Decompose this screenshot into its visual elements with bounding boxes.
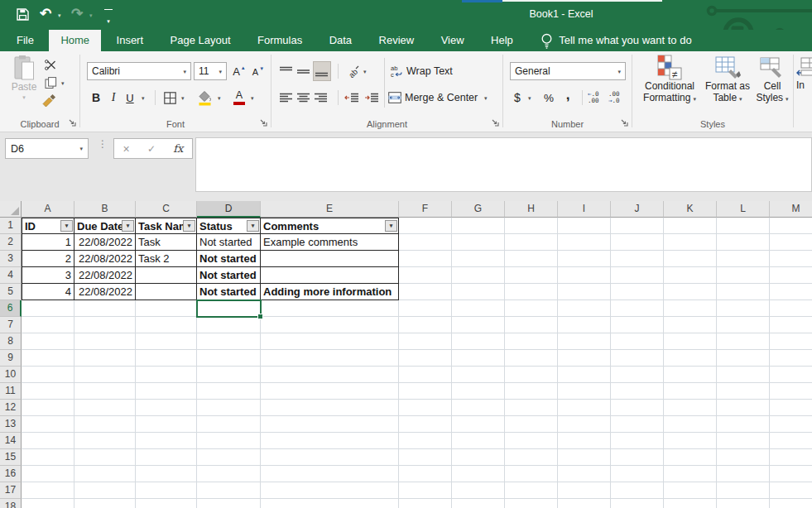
cell-I3[interactable] bbox=[558, 251, 611, 267]
alignment-dialog-launcher[interactable] bbox=[490, 117, 500, 127]
increase-decimal-button[interactable]: ←.0.00 bbox=[588, 91, 599, 104]
cell-C8[interactable] bbox=[136, 333, 197, 350]
cell-K14[interactable] bbox=[664, 433, 717, 449]
filter-button-E1[interactable]: ▾ bbox=[385, 220, 397, 232]
cell-C1[interactable]: Task Name▾ bbox=[136, 218, 197, 234]
cell-M12[interactable] bbox=[770, 400, 812, 416]
cell-L9[interactable] bbox=[717, 350, 770, 367]
row-header-7[interactable]: 7 bbox=[0, 317, 22, 333]
cell-A8[interactable] bbox=[22, 333, 74, 350]
cell-H17[interactable] bbox=[505, 482, 558, 499]
cell-L16[interactable] bbox=[717, 466, 770, 482]
cell-K15[interactable] bbox=[664, 449, 717, 466]
cell-B1[interactable]: Due Date▾ bbox=[74, 218, 136, 234]
cell-J11[interactable] bbox=[611, 383, 664, 400]
cell-D18[interactable] bbox=[197, 499, 261, 508]
cell-C18[interactable] bbox=[136, 499, 197, 508]
cell-C5[interactable] bbox=[136, 284, 197, 300]
align-top-button[interactable] bbox=[278, 62, 295, 80]
name-box[interactable]: D6 ▾ bbox=[5, 138, 89, 159]
cell-G10[interactable] bbox=[452, 367, 505, 383]
cell-K7[interactable] bbox=[664, 317, 717, 333]
row-header-12[interactable]: 12 bbox=[0, 400, 22, 416]
cell-L8[interactable] bbox=[717, 333, 770, 350]
align-bottom-button[interactable] bbox=[313, 61, 331, 81]
cell-F4[interactable] bbox=[399, 267, 452, 284]
cell-K3[interactable] bbox=[664, 251, 717, 267]
cell-B16[interactable] bbox=[74, 466, 136, 482]
decrease-indent-button[interactable] bbox=[343, 89, 361, 107]
cell-A6[interactable] bbox=[22, 300, 74, 317]
cell-E4[interactable] bbox=[261, 267, 399, 284]
cell-J1[interactable] bbox=[611, 218, 664, 234]
cell-B3[interactable]: 22/08/2022 bbox=[74, 251, 136, 267]
col-header-H[interactable]: H bbox=[505, 201, 558, 218]
bold-button[interactable]: B bbox=[89, 89, 103, 107]
cell-C11[interactable] bbox=[136, 383, 197, 400]
cell-H16[interactable] bbox=[505, 466, 558, 482]
cell-M8[interactable] bbox=[770, 333, 812, 350]
cell-F11[interactable] bbox=[399, 383, 452, 400]
cut-button[interactable] bbox=[43, 58, 58, 71]
cell-B12[interactable] bbox=[74, 400, 136, 416]
tab-page-layout[interactable]: Page Layout bbox=[159, 30, 243, 51]
cell-K16[interactable] bbox=[664, 466, 717, 482]
cell-I2[interactable] bbox=[558, 234, 611, 251]
borders-dropdown[interactable]: ▾ bbox=[181, 95, 185, 101]
cell-C2[interactable]: Task bbox=[136, 234, 197, 251]
format-as-table-button[interactable]: Format as Table▾ bbox=[704, 53, 752, 103]
cell-H13[interactable] bbox=[505, 416, 558, 433]
italic-button[interactable]: I bbox=[108, 89, 119, 107]
cell-styles-button[interactable]: Cell Styles▾ bbox=[753, 53, 791, 103]
cell-H4[interactable] bbox=[505, 267, 558, 284]
cell-C15[interactable] bbox=[136, 449, 197, 466]
cell-J12[interactable] bbox=[611, 400, 664, 416]
cell-D6[interactable] bbox=[197, 300, 261, 317]
cell-A1[interactable]: ID▾ bbox=[22, 218, 74, 234]
cell-K2[interactable] bbox=[664, 234, 717, 251]
cell-E18[interactable] bbox=[261, 499, 399, 508]
align-left-button[interactable] bbox=[278, 89, 295, 107]
insert-function-button[interactable]: fx bbox=[173, 142, 183, 155]
cell-F13[interactable] bbox=[399, 416, 452, 433]
cell-I8[interactable] bbox=[558, 333, 611, 350]
col-header-B[interactable]: B bbox=[74, 201, 136, 218]
cell-E16[interactable] bbox=[261, 466, 399, 482]
cell-B14[interactable] bbox=[74, 433, 136, 449]
row-header-4[interactable]: 4 bbox=[0, 267, 22, 284]
cell-A15[interactable] bbox=[22, 449, 74, 466]
col-header-F[interactable]: F bbox=[399, 201, 452, 218]
cell-B18[interactable] bbox=[74, 499, 136, 508]
cell-B17[interactable] bbox=[74, 482, 136, 499]
cell-G15[interactable] bbox=[452, 449, 505, 466]
cell-G7[interactable] bbox=[452, 317, 505, 333]
tab-home[interactable]: Home bbox=[49, 30, 101, 51]
cell-J9[interactable] bbox=[611, 350, 664, 367]
orientation-dropdown[interactable]: ▾ bbox=[363, 69, 367, 74]
col-header-A[interactable]: A bbox=[22, 201, 74, 218]
cell-J18[interactable] bbox=[611, 499, 664, 508]
number-format-combo[interactable]: General▾ bbox=[510, 62, 626, 80]
cell-D10[interactable] bbox=[197, 367, 261, 383]
font-color-dropdown[interactable]: ▾ bbox=[251, 95, 254, 101]
row-header-14[interactable]: 14 bbox=[0, 433, 22, 449]
save-button[interactable] bbox=[17, 8, 29, 24]
cell-G2[interactable] bbox=[452, 234, 505, 251]
cell-G3[interactable] bbox=[452, 251, 505, 267]
row-header-18[interactable]: 18 bbox=[0, 499, 22, 508]
cell-G9[interactable] bbox=[452, 350, 505, 367]
cell-H5[interactable] bbox=[505, 284, 558, 300]
cell-K8[interactable] bbox=[664, 333, 717, 350]
cell-H6[interactable] bbox=[505, 300, 558, 317]
cell-J2[interactable] bbox=[611, 234, 664, 251]
cell-L4[interactable] bbox=[717, 267, 770, 284]
increase-indent-button[interactable] bbox=[363, 89, 381, 107]
row-header-10[interactable]: 10 bbox=[0, 367, 22, 383]
name-box-dropdown[interactable]: ▾ bbox=[79, 146, 83, 151]
cell-I5[interactable] bbox=[558, 284, 611, 300]
col-header-I[interactable]: I bbox=[558, 201, 611, 218]
tab-help[interactable]: Help bbox=[479, 30, 525, 51]
cell-F6[interactable] bbox=[399, 300, 452, 317]
col-header-G[interactable]: G bbox=[452, 201, 505, 218]
underline-button[interactable]: U bbox=[123, 89, 137, 107]
